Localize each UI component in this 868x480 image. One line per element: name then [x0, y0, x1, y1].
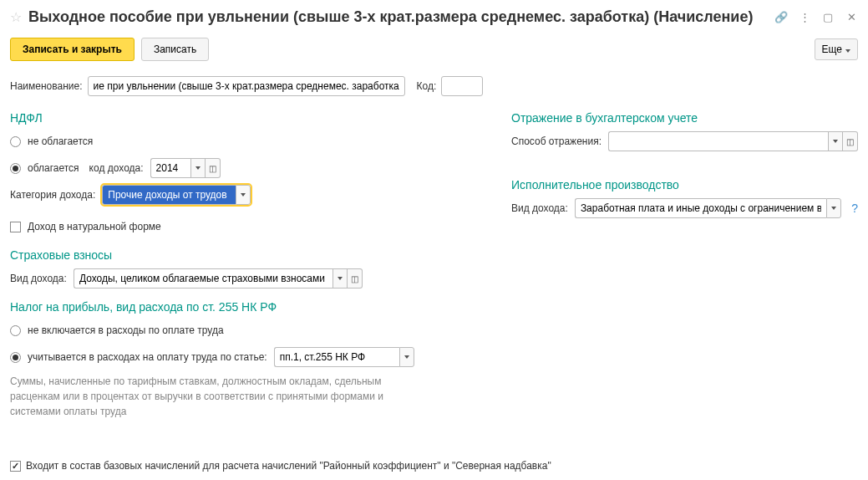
sv-vid-combo[interactable]: [74, 268, 363, 289]
kod-dohoda-combo[interactable]: [150, 158, 221, 178]
help-icon[interactable]: ?: [851, 202, 858, 215]
kod-label: Код:: [417, 80, 437, 92]
natural-income-label: Доход в натуральной форме: [28, 221, 161, 232]
naim-label: Наименование:: [10, 80, 83, 92]
np-article-combo[interactable]: [274, 347, 414, 367]
ip-vid-combo[interactable]: [575, 198, 841, 218]
ndfl-section-title: НДФЛ: [10, 111, 461, 125]
close-icon[interactable]: ✕: [845, 11, 858, 24]
open-dialog-icon[interactable]: [843, 131, 858, 151]
buh-sposob-label: Способ отражения:: [511, 135, 602, 147]
np-included-radio[interactable]: [10, 352, 21, 363]
ip-section-title: Исполнительное производство: [511, 178, 858, 191]
menu-dots-icon[interactable]: ⋮: [798, 11, 811, 24]
save-button[interactable]: Записать: [141, 38, 209, 61]
buh-sposob-input[interactable]: [608, 131, 828, 151]
sv-vid-label: Вид дохода:: [10, 273, 67, 284]
np-not-included-radio[interactable]: [10, 325, 21, 336]
chevron-down-icon[interactable]: [826, 198, 841, 218]
open-dialog-icon[interactable]: [348, 268, 363, 289]
chevron-down-icon[interactable]: [399, 347, 414, 367]
ndfl-not-taxed-label: не облагается: [28, 135, 93, 147]
np-hint-text: Суммы, начисленные по тарифным ставкам, …: [10, 374, 394, 419]
open-dialog-icon[interactable]: [206, 158, 221, 178]
natural-income-checkbox[interactable]: [10, 222, 21, 232]
kod-input[interactable]: [441, 76, 483, 96]
np-section-title: Налог на прибыль, вид расхода по ст. 255…: [10, 300, 461, 314]
kat-dohoda-combo[interactable]: [102, 185, 251, 205]
ndfl-taxed-label: облагается: [28, 162, 79, 174]
chevron-down-icon[interactable]: [190, 158, 206, 178]
kat-dohoda-label: Категория дохода:: [10, 189, 95, 201]
chevron-down-icon[interactable]: [332, 268, 348, 289]
kod-dohoda-label: код дохода:: [89, 162, 144, 174]
chevron-down-icon[interactable]: [828, 131, 843, 151]
sv-section-title: Страховые взносы: [10, 248, 461, 262]
kod-dohoda-input[interactable]: [150, 158, 190, 178]
sv-vid-input[interactable]: [74, 268, 332, 289]
save-close-button[interactable]: Записать и закрыть: [10, 38, 135, 61]
ip-vid-input[interactable]: [575, 198, 826, 218]
naim-input[interactable]: [88, 76, 405, 96]
ip-vid-label: Вид дохода:: [511, 202, 568, 214]
np-not-included-label: не включается в расходы по оплате труда: [28, 324, 224, 336]
np-included-label: учитывается в расходах на оплату труда п…: [28, 351, 267, 363]
maximize-icon[interactable]: ▢: [821, 11, 835, 24]
chevron-down-icon: [845, 43, 850, 55]
ndfl-not-taxed-radio[interactable]: [10, 136, 21, 147]
buh-sposob-combo[interactable]: [608, 131, 858, 151]
ndfl-taxed-radio[interactable]: [10, 163, 21, 174]
window-title: Выходное пособие при увльнении (свыше 3-…: [28, 8, 768, 26]
kat-dohoda-input[interactable]: [102, 185, 236, 205]
chevron-down-icon[interactable]: [236, 185, 251, 205]
more-button[interactable]: Еще: [815, 38, 858, 60]
favorite-star-icon[interactable]: ☆: [10, 9, 22, 25]
link-icon[interactable]: 🔗: [774, 11, 788, 24]
buh-section-title: Отражение в бухгалтерском учете: [511, 111, 858, 125]
np-article-input[interactable]: [274, 347, 399, 367]
